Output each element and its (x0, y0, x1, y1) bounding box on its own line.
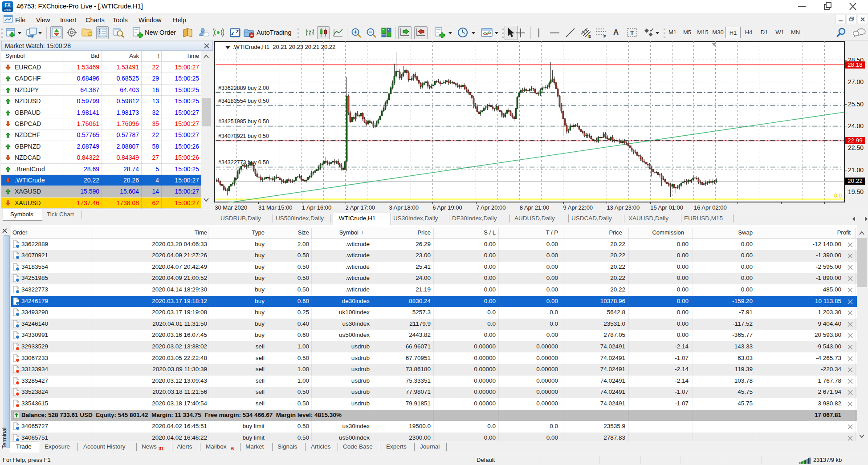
svg-text:E: E (588, 34, 591, 38)
svg-text:F: F (603, 34, 606, 38)
svg-text:T: T (630, 29, 634, 36)
svg-text:Choice: Choice (4, 8, 11, 11)
svg-text:FX: FX (5, 3, 11, 8)
